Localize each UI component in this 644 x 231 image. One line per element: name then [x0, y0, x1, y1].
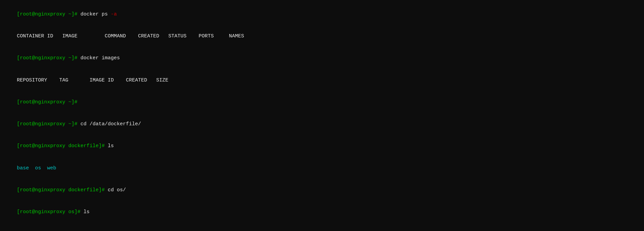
- terminal-line: busybox-curl busybox-my-base: [5, 223, 639, 231]
- prompt: [root@nginxproxy dockerfile]#: [17, 143, 108, 149]
- prompt: [root@nginxproxy dockerfile]#: [17, 187, 108, 193]
- terminal-line: REPOSITORY TAG IMAGE ID CREATED SIZE: [5, 69, 639, 91]
- prompt: [root@nginxproxy ~]#: [17, 55, 80, 61]
- terminal-line: [root@nginxproxy os]# ls: [5, 201, 639, 223]
- terminal-line: [root@nginxproxy ~]# docker images: [5, 47, 639, 69]
- prompt: [root@nginxproxy ~]#: [17, 121, 80, 127]
- prompt: [root@nginxproxy ~]#: [17, 11, 80, 17]
- terminal: [root@nginxproxy ~]# docker ps -a CONTAI…: [5, 3, 639, 231]
- terminal-line: CONTAINER ID IMAGE COMMAND CREATED STATU…: [5, 25, 639, 47]
- terminal-line: base os web: [5, 157, 639, 179]
- terminal-line: [root@nginxproxy ~]# docker ps -a: [5, 3, 639, 25]
- terminal-line: [root@nginxproxy dockerfile]# cd os/: [5, 179, 639, 201]
- terminal-line: [root@nginxproxy dockerfile]# ls: [5, 135, 639, 157]
- prompt: [root@nginxproxy ~]#: [17, 99, 80, 105]
- prompt: [root@nginxproxy os]#: [17, 209, 83, 215]
- terminal-line: [root@nginxproxy ~]#: [5, 91, 639, 113]
- terminal-line: [root@nginxproxy ~]# cd /data/dockerfile…: [5, 113, 639, 135]
